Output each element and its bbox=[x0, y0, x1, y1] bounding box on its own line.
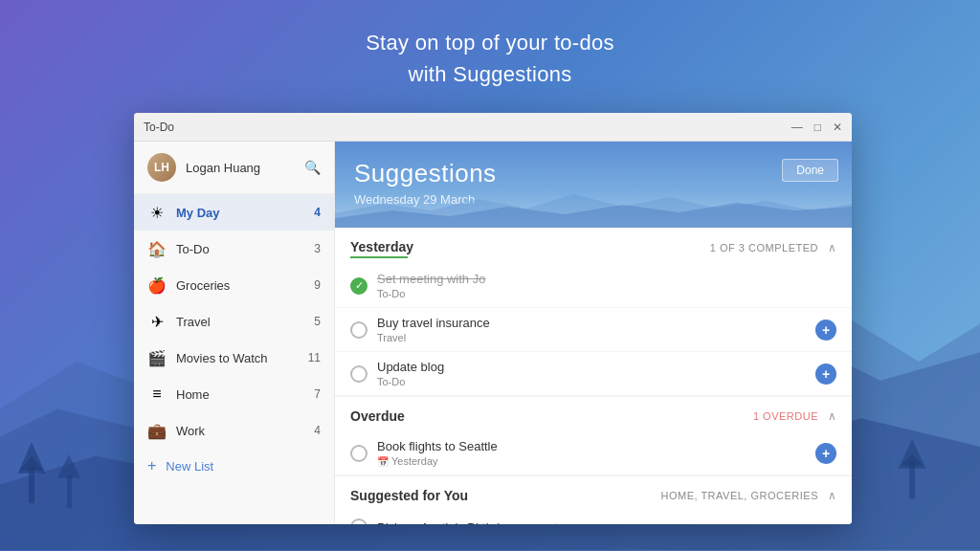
new-list-button[interactable]: + New List bbox=[134, 449, 334, 483]
svg-marker-10 bbox=[898, 454, 926, 469]
avatar: LH bbox=[147, 153, 176, 182]
app-window: To-Do — □ ✕ LH Logan Huang 🔍 ☀My Day4🏠To… bbox=[134, 113, 852, 524]
sidebar-item-work[interactable]: 💼Work4 bbox=[134, 412, 334, 449]
section-suggested: Suggested for YouHOME, TRAVEL, GROCERIES… bbox=[335, 476, 852, 524]
task-name-task4: Book flights to Seattle bbox=[377, 439, 806, 453]
task-checkbox-task3[interactable] bbox=[350, 365, 368, 383]
section-chevron-suggested[interactable]: ∧ bbox=[828, 489, 836, 502]
search-icon[interactable]: 🔍 bbox=[304, 160, 321, 175]
svg-marker-4 bbox=[19, 442, 44, 471]
window-controls: — □ ✕ bbox=[791, 121, 842, 134]
task-name-task2: Buy travel insurance bbox=[377, 316, 806, 330]
sidebar-user: LH Logan Huang 🔍 bbox=[134, 142, 334, 194]
sidebar-label-home: Home bbox=[176, 387, 304, 402]
nav-items-container: ☀My Day4🏠To-Do3🍎Groceries9✈Travel5🎬Movie… bbox=[134, 194, 334, 449]
user-name: Logan Huang bbox=[186, 161, 295, 175]
travel-icon: ✈ bbox=[147, 312, 167, 331]
task-sub-task2: Travel bbox=[377, 332, 806, 343]
task-checkbox-task4[interactable] bbox=[350, 445, 368, 462]
sidebar-label-groceries: Groceries bbox=[176, 278, 304, 293]
sidebar-item-my-day[interactable]: ☀My Day4 bbox=[134, 194, 334, 231]
task-sub-icon-task4: 📅 bbox=[377, 456, 389, 467]
task-info-task4: Book flights to Seattle📅Yesterday bbox=[377, 439, 806, 467]
plus-icon: + bbox=[147, 457, 156, 474]
svg-marker-5 bbox=[17, 456, 46, 474]
section-meta-overdue: 1 OVERDUE bbox=[753, 410, 818, 422]
home-icon: ≡ bbox=[147, 385, 167, 404]
task-name-task1: Set meeting with Jo bbox=[377, 272, 836, 286]
section-yesterday: Yesterday1 OF 3 COMPLETED∧✓Set meeting w… bbox=[335, 228, 852, 397]
task-name-task3: Update blog bbox=[377, 360, 806, 374]
svg-rect-8 bbox=[909, 461, 915, 498]
task-item-task3: Update blogTo-Do+ bbox=[335, 352, 852, 396]
sidebar-count-movies: 11 bbox=[308, 351, 321, 364]
svg-marker-9 bbox=[900, 439, 924, 466]
task-item-task2: Buy travel insuranceTravel+ bbox=[335, 308, 852, 352]
svg-rect-6 bbox=[67, 475, 72, 509]
section-header-suggested: Suggested for YouHOME, TRAVEL, GROCERIES… bbox=[335, 476, 852, 511]
window-body: LH Logan Huang 🔍 ☀My Day4🏠To-Do3🍎Groceri… bbox=[134, 142, 852, 524]
task-checkbox-task2[interactable] bbox=[350, 321, 368, 339]
svg-marker-7 bbox=[57, 454, 80, 478]
sidebar-count-work: 4 bbox=[314, 424, 321, 437]
task-info-task3: Update blogTo-Do bbox=[377, 360, 806, 387]
sidebar: LH Logan Huang 🔍 ☀My Day4🏠To-Do3🍎Groceri… bbox=[134, 142, 335, 524]
task-sub-task3: To-Do bbox=[377, 376, 806, 387]
sidebar-item-travel[interactable]: ✈Travel5 bbox=[134, 303, 334, 340]
page-headline: Stay on top of your to-dos with Suggesti… bbox=[0, 0, 980, 90]
task-info-task5: Pick up Austin's Birthday present bbox=[377, 520, 836, 525]
headline-line1: Stay on top of your to-dos bbox=[0, 27, 980, 58]
sidebar-item-to-do[interactable]: 🏠To-Do3 bbox=[134, 231, 334, 267]
task-checkbox-task1[interactable]: ✓ bbox=[350, 277, 368, 295]
headline-line2: with Suggestions bbox=[0, 58, 980, 90]
to-do-icon: 🏠 bbox=[147, 239, 167, 258]
done-button[interactable]: Done bbox=[782, 159, 838, 182]
section-chevron-yesterday[interactable]: ∧ bbox=[828, 241, 836, 254]
movies-icon: 🎬 bbox=[147, 348, 167, 367]
sidebar-label-my-day: My Day bbox=[176, 206, 304, 220]
task-item-task4: Book flights to Seattle📅Yesterday+ bbox=[335, 431, 852, 475]
main-content: Suggestions Wednesday 29 March Done Yest… bbox=[335, 142, 852, 524]
section-title-overdue: Overdue bbox=[350, 408, 753, 424]
titlebar: To-Do — □ ✕ bbox=[134, 113, 852, 142]
sidebar-label-movies: Movies to Watch bbox=[176, 351, 299, 365]
sidebar-count-to-do: 3 bbox=[314, 242, 321, 255]
section-meta-suggested: HOME, TRAVEL, GROCERIES bbox=[660, 490, 818, 501]
sidebar-count-my-day: 4 bbox=[314, 206, 321, 219]
sidebar-item-movies[interactable]: 🎬Movies to Watch11 bbox=[134, 340, 334, 376]
work-icon: 💼 bbox=[147, 421, 167, 440]
sidebar-item-home[interactable]: ≡Home7 bbox=[134, 376, 334, 412]
minimize-button[interactable]: — bbox=[791, 121, 803, 134]
suggestions-title: Suggestions bbox=[354, 159, 833, 188]
suggestions-date: Wednesday 29 March bbox=[354, 192, 833, 207]
task-add-button-task3[interactable]: + bbox=[815, 364, 836, 385]
window-title: To-Do bbox=[144, 121, 791, 134]
task-checkbox-task5[interactable] bbox=[350, 518, 368, 524]
sidebar-item-groceries[interactable]: 🍎Groceries9 bbox=[134, 267, 334, 303]
task-add-button-task2[interactable]: + bbox=[815, 320, 836, 341]
section-title-yesterday: Yesterday bbox=[350, 239, 710, 256]
task-info-task1: Set meeting with JoTo-Do bbox=[377, 272, 836, 299]
task-item-task1: ✓Set meeting with JoTo-Do bbox=[335, 264, 852, 308]
sidebar-label-work: Work bbox=[176, 424, 304, 438]
section-meta-yesterday: 1 OF 3 COMPLETED bbox=[710, 242, 818, 253]
task-add-button-task4[interactable]: + bbox=[815, 443, 836, 464]
section-title-suggested: Suggested for You bbox=[350, 488, 660, 503]
sidebar-label-to-do: To-Do bbox=[176, 242, 304, 256]
section-overdue: Overdue1 OVERDUE∧Book flights to Seattle… bbox=[335, 397, 852, 476]
task-sub-task1: To-Do bbox=[377, 288, 836, 299]
section-header-yesterday: Yesterday1 OF 3 COMPLETED∧ bbox=[335, 228, 852, 264]
sidebar-label-travel: Travel bbox=[176, 315, 304, 329]
task-item-task5: Pick up Austin's Birthday present bbox=[335, 511, 852, 524]
maximize-button[interactable]: □ bbox=[814, 121, 821, 134]
section-chevron-overdue[interactable]: ∧ bbox=[828, 409, 836, 423]
task-name-task5: Pick up Austin's Birthday present bbox=[377, 520, 836, 525]
sidebar-count-groceries: 9 bbox=[314, 278, 321, 292]
close-button[interactable]: ✕ bbox=[833, 121, 842, 134]
svg-rect-3 bbox=[29, 466, 34, 503]
task-info-task2: Buy travel insuranceTravel bbox=[377, 316, 806, 343]
task-sub-task4: 📅Yesterday bbox=[377, 455, 806, 467]
groceries-icon: 🍎 bbox=[147, 276, 167, 295]
section-header-overdue: Overdue1 OVERDUE∧ bbox=[335, 397, 852, 431]
sidebar-count-home: 7 bbox=[314, 387, 321, 401]
